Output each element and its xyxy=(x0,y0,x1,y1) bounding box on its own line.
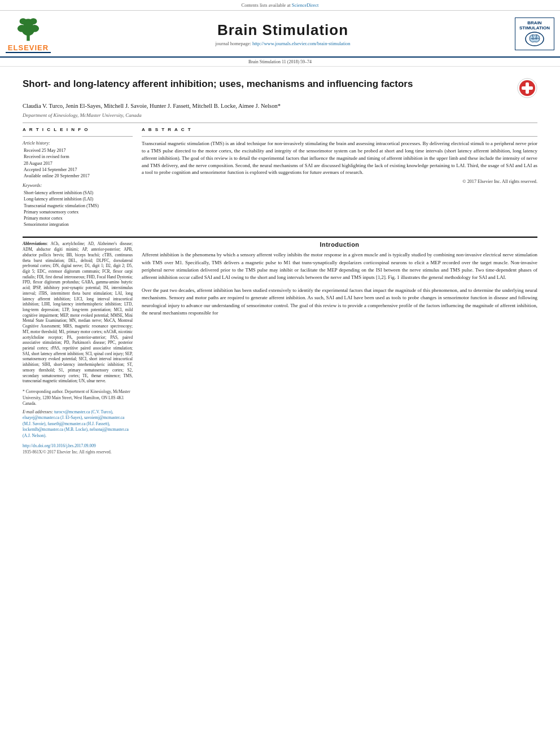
citation-line: Brain Stimulation 11 (2018) 59–74 xyxy=(0,58,560,67)
intro-p2-text: Over the past two decades, afferent inhi… xyxy=(142,287,537,316)
available-date: Available online 20 September 2017 xyxy=(24,173,133,179)
doi-line: http://dx.doi.org/10.1016/j.brs.2017.09.… xyxy=(23,443,133,448)
keyword-5: Primary motor cortex xyxy=(24,215,133,221)
sciencedirect-link[interactable]: ScienceDirect xyxy=(292,2,319,8)
intro-heading: Introduction xyxy=(142,241,537,248)
abbreviations-text: Abbreviations: ACh, acetylcholine; AD, A… xyxy=(23,241,133,385)
divider-1 xyxy=(23,123,537,123)
paper-title-text: Short- and long-latency afferent inhibit… xyxy=(23,78,511,90)
article-history: Article history: Received 25 May 2017 Re… xyxy=(23,140,133,179)
revised-date: 28 August 2017 xyxy=(24,160,133,167)
email-block: E-mail addresses: turocv@mcmaster.ca (C.… xyxy=(23,409,133,439)
article-info-abstract: A R T I C L E I N F O Article history: R… xyxy=(23,126,537,231)
received-date: Received 25 May 2017 xyxy=(24,147,133,154)
journal-header: ELSEVIER Brain Stimulation journal homep… xyxy=(0,11,560,58)
elsevier-wordmark: ELSEVIER xyxy=(8,43,49,52)
svg-point-5 xyxy=(20,18,27,24)
abbreviations-column: Abbreviations: ACh, acetylcholine; AD, A… xyxy=(23,241,133,455)
top-bar: Contents lists available at ScienceDirec… xyxy=(0,0,560,11)
keyword-2: Long-latency afferent inhibition (LAI) xyxy=(24,196,133,202)
keywords-label: Keywords: xyxy=(23,182,133,189)
elsevier-tree-icon xyxy=(12,14,45,42)
svg-rect-11 xyxy=(522,86,533,90)
keyword-6: Sensorimotor integration xyxy=(24,221,133,228)
keyword-4: Primary somatosensory cortex xyxy=(24,209,133,215)
intro-paragraph-2: Over the past two decades, afferent inhi… xyxy=(142,287,537,317)
right-column: A B S T R A C T Transcranial magnetic st… xyxy=(142,126,537,231)
svg-point-6 xyxy=(30,18,37,24)
sciencedirect-label: Contents lists available at xyxy=(242,2,291,8)
journal-right-logo: BRAINSTIMULATION xyxy=(515,18,554,50)
accepted-date: Accepted 14 September 2017 xyxy=(24,167,133,173)
keyword-1: Short-latency afferent inhibition (SAI) xyxy=(24,190,133,196)
keyword-3: Transcranial magnetic stimulation (TMS) xyxy=(24,203,133,209)
brain-icon xyxy=(523,30,546,47)
abbrev-title: Abbreviations xyxy=(23,241,47,246)
journal-homepage: journal homepage: http://www.journals.el… xyxy=(56,41,509,46)
authors: Claudia V. Turco, Jenin El-Sayes, Mitche… xyxy=(23,102,537,111)
divider-abstract xyxy=(142,136,537,137)
elsevier-logo-block: ELSEVIER xyxy=(6,14,51,53)
intro-paragraph-1: Afferent inhibition is the phenomena by … xyxy=(142,251,537,281)
copyright: © 2017 Elsevier Inc. All rights reserved… xyxy=(142,178,537,185)
abstract-label: A B S T R A C T xyxy=(142,126,537,133)
history-label: Article history: xyxy=(23,140,133,146)
corresponding-author: * Corresponding author. Department of Ki… xyxy=(23,389,133,407)
left-column: A R T I C L E I N F O Article history: R… xyxy=(23,126,133,231)
paper-title-block: Short- and long-latency afferent inhibit… xyxy=(23,78,537,98)
crossmark-icon xyxy=(517,78,537,98)
bottom-section: Abbreviations: ACh, acetylcholine; AD, A… xyxy=(23,237,537,455)
emails-label: E-mail addresses: xyxy=(23,409,53,414)
issn-line: 1935-861X/© 2017 Elsevier Inc. All right… xyxy=(23,449,133,455)
abstract-text: Transcranial magnetic stimulation (TMS) … xyxy=(142,140,537,176)
affiliation: Department of Kinesiology, McMaster Univ… xyxy=(23,112,537,118)
journal-title: Brain Stimulation xyxy=(56,21,509,39)
intro-p1-text: Afferent inhibition is the phenomena by … xyxy=(142,252,537,280)
keywords-block: Keywords: Short-latency afferent inhibit… xyxy=(23,182,133,228)
footnotes: * Corresponding author. Department of Ki… xyxy=(23,389,133,439)
article-info-label: A R T I C L E I N F O xyxy=(23,126,133,133)
journal-center: Brain Stimulation journal homepage: http… xyxy=(51,21,515,46)
abbrev-content: ACh, acetylcholine; AD, Alzheimer's dise… xyxy=(23,242,133,383)
homepage-label: journal homepage: xyxy=(215,41,251,46)
doi-link[interactable]: http://dx.doi.org/10.1016/j.brs.2017.09.… xyxy=(23,443,96,448)
introduction-column: Introduction Afferent inhibition is the … xyxy=(142,241,537,455)
main-content: Short- and long-latency afferent inhibit… xyxy=(0,67,560,460)
homepage-link[interactable]: http://www.journals.elsevier.com/brain-s… xyxy=(252,41,350,46)
revised-label: Received in revised form xyxy=(24,154,133,160)
divider-article-info xyxy=(23,136,133,137)
brain-stim-badge: BRAINSTIMULATION xyxy=(519,20,550,30)
